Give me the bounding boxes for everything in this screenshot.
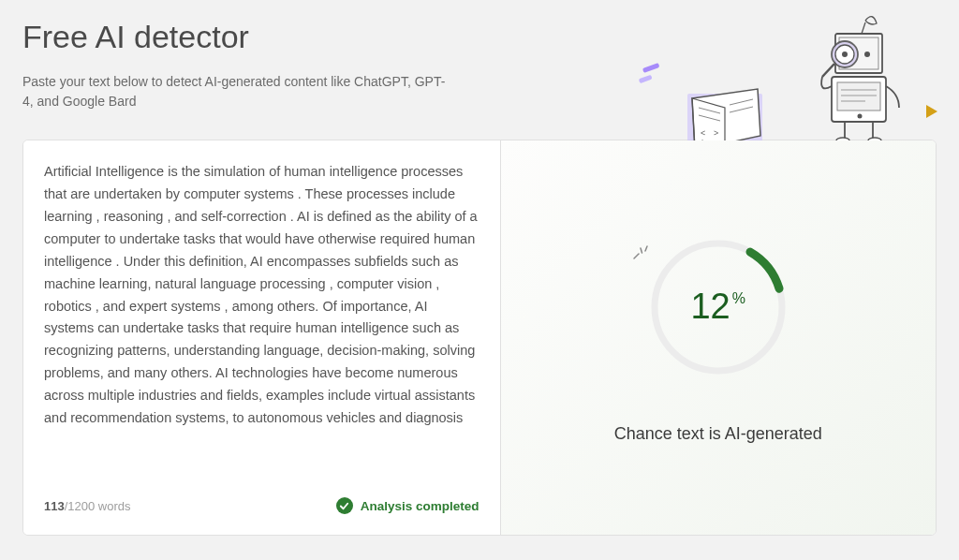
svg-marker-2: [926, 105, 937, 118]
main-panel: Artificial Intelligence is the simulatio…: [22, 140, 937, 536]
svg-line-30: [641, 248, 642, 253]
word-count-current: 113: [44, 499, 65, 513]
svg-line-17: [822, 64, 834, 77]
analysis-status: Analysis completed: [336, 497, 480, 514]
svg-line-11: [862, 22, 865, 34]
result-gauge: 12%: [643, 232, 793, 382]
svg-point-18: [864, 52, 870, 57]
percent-value: 12%: [690, 287, 745, 327]
svg-text:<: <: [701, 128, 705, 138]
word-count-max: 1200 words: [67, 499, 130, 513]
page-subtitle: Paste your text below to detect AI-gener…: [22, 72, 453, 111]
result-label: Chance text is AI-generated: [614, 424, 822, 444]
result-panel: 12% Chance text is AI-generated: [501, 140, 937, 535]
input-footer: 113/1200 words Analysis completed: [44, 484, 480, 514]
svg-point-16: [842, 52, 848, 57]
percent-number: 12: [690, 287, 730, 327]
text-input[interactable]: Artificial Intelligence is the simulatio…: [44, 161, 480, 484]
svg-rect-0: [642, 63, 660, 73]
svg-point-24: [858, 114, 863, 119]
svg-line-29: [634, 254, 639, 258]
status-label: Analysis completed: [361, 499, 480, 513]
check-circle-icon: [336, 497, 353, 514]
svg-rect-1: [639, 75, 653, 83]
percent-symbol: %: [732, 290, 745, 307]
word-counter: 113/1200 words: [44, 499, 131, 513]
svg-rect-20: [837, 82, 880, 111]
svg-text:>: >: [714, 128, 718, 138]
input-panel: Artificial Intelligence is the simulatio…: [23, 140, 501, 535]
